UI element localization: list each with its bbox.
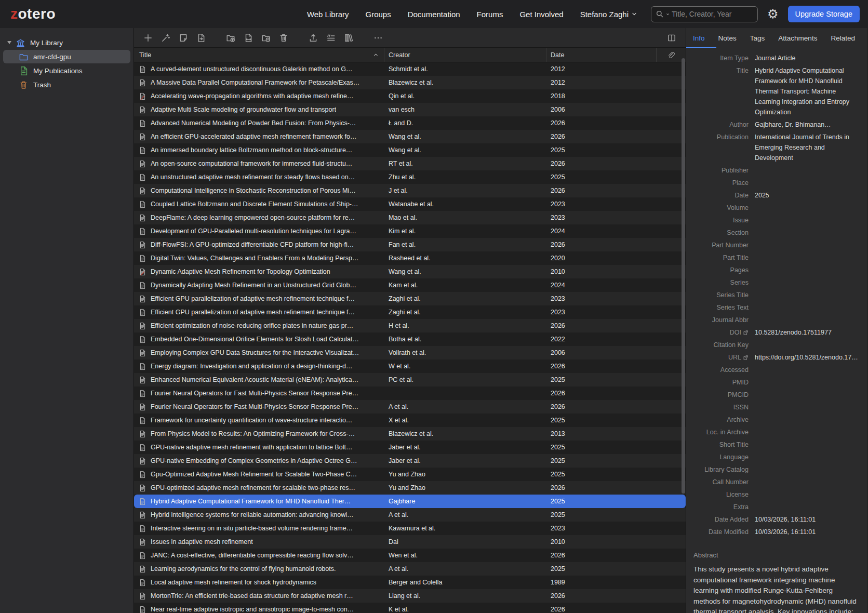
user-menu[interactable]: Stefano Zaghi [580, 10, 637, 19]
table-row[interactable]: An open-source computational framework f… [134, 157, 686, 170]
nav-link-get-involved[interactable]: Get Involved [519, 10, 563, 19]
field-value[interactable] [755, 290, 860, 300]
table-row[interactable]: Coupled Lattice Boltzmann and Discrete E… [134, 197, 686, 211]
table-row[interactable]: Dynamic Adaptive Mesh Refinement for Top… [134, 265, 686, 278]
field-value[interactable] [755, 427, 860, 437]
field-value[interactable] [755, 365, 860, 375]
column-picker-icon[interactable] [665, 31, 678, 45]
field-value[interactable]: Hybrid Adaptive Computational Framework … [755, 65, 860, 117]
column-header-title[interactable]: Title [134, 48, 384, 62]
tab-notes[interactable]: Notes [718, 34, 737, 42]
table-row[interactable]: Computational Intelligence in Stochastic… [134, 184, 686, 197]
table-row[interactable]: Efficient GPU parallelization of adaptiv… [134, 305, 686, 319]
remove-from-collection-icon[interactable] [259, 31, 273, 45]
search-scope-chevron-icon[interactable] [665, 12, 670, 17]
table-row[interactable]: Framework for uncertainty quantification… [134, 414, 686, 427]
table-row[interactable]: A Massive Data Parallel Computational Fr… [134, 76, 686, 89]
field-value[interactable] [755, 203, 860, 213]
attach-file-icon[interactable] [194, 31, 208, 45]
nav-link-forums[interactable]: Forums [477, 10, 503, 19]
table-row[interactable]: Adaptive Multi Scale modeling of groundw… [134, 103, 686, 116]
table-row[interactable]: MortonTrie: An efficient trie-based data… [134, 589, 686, 603]
field-value[interactable] [755, 464, 860, 475]
add-by-identifier-icon[interactable] [159, 31, 172, 45]
table-row[interactable]: Energy diagram: Investigation and applic… [134, 359, 686, 373]
sidebar-item-trash[interactable]: Trash [3, 78, 130, 91]
zotero-logo[interactable]: zotero [10, 7, 56, 21]
field-value[interactable] [755, 477, 860, 487]
field-value[interactable]: Journal Article [755, 53, 860, 63]
new-collection-icon[interactable] [224, 31, 237, 45]
create-citation-icon[interactable] [324, 31, 338, 45]
nav-link-groups[interactable]: Groups [365, 10, 391, 19]
field-value[interactable]: 2025 [755, 190, 860, 201]
field-value[interactable] [755, 252, 860, 263]
table-row[interactable]: GPU-native adaptive mesh refinement with… [134, 441, 686, 454]
field-value[interactable] [755, 178, 860, 188]
tab-related[interactable]: Related [831, 34, 855, 42]
field-value[interactable] [755, 240, 860, 250]
field-value[interactable] [755, 265, 860, 275]
tab-attachments[interactable]: Attachments [778, 34, 817, 42]
field-value[interactable] [755, 340, 860, 350]
gear-icon[interactable]: ⚙ [767, 8, 779, 20]
external-link-icon[interactable] [743, 355, 749, 361]
field-value[interactable] [755, 390, 860, 400]
table-row[interactable]: An efficient GPU-accelerated adaptive me… [134, 130, 686, 143]
new-note-icon[interactable] [177, 31, 190, 45]
field-value[interactable] [755, 452, 860, 462]
field-value[interactable] [755, 315, 860, 325]
table-row[interactable]: Fourier Neural Operators for Fast Multi-… [134, 387, 686, 400]
tab-tags[interactable]: Tags [750, 34, 765, 42]
table-row[interactable]: Advanced Numerical Modeling of Powder Be… [134, 116, 686, 130]
field-value[interactable] [755, 277, 860, 288]
field-value[interactable] [755, 402, 860, 412]
table-row[interactable]: An unstructured adaptive mesh refinement… [134, 170, 686, 184]
nav-link-web-library[interactable]: Web Library [307, 10, 349, 19]
table-row[interactable]: Efficient optimization of noise-reducing… [134, 319, 686, 332]
duplicate-item-icon[interactable] [242, 31, 255, 45]
scrollbar-thumb[interactable] [682, 58, 685, 494]
table-row[interactable]: Hybrid intelligence systems for reliable… [134, 508, 686, 522]
table-row[interactable]: DeepFlame: A deep learning empowered ope… [134, 211, 686, 224]
field-value[interactable]: International Journal of Trends in Emerg… [755, 132, 860, 163]
create-bibliography-icon[interactable] [342, 31, 355, 45]
table-row[interactable]: GPU-native Embedding of Complex Geometri… [134, 454, 686, 468]
table-row[interactable]: Gpu-Optimized Adaptive Mesh Refinement f… [134, 468, 686, 481]
table-row[interactable]: Digital Twin: Values, Challenges and Ena… [134, 251, 686, 265]
abstract-text[interactable]: This study presents a novel hybrid adapt… [693, 564, 860, 613]
table-row[interactable]: A curved-element unstructured discontinu… [134, 62, 686, 76]
upgrade-storage-button[interactable]: Upgrade Storage [788, 6, 860, 22]
delete-item-icon[interactable] [277, 31, 290, 45]
table-row[interactable]: Fourier Neural Operators for Fast Multi-… [134, 400, 686, 414]
table-row[interactable]: Diff-FlowFSI: A GPU-optimized differenti… [134, 238, 686, 251]
field-value[interactable]: 10.5281/zenodo.17511977 [755, 327, 860, 338]
sidebar-item-my-publications[interactable]: My Publications [3, 64, 130, 77]
search-input[interactable] [672, 10, 753, 18]
table-row[interactable]: Accelerating wave-propagation algorithms… [134, 89, 686, 103]
table-row[interactable]: GPU-optimized adaptive mesh refinement f… [134, 481, 686, 495]
field-value[interactable] [755, 415, 860, 425]
search-box[interactable] [651, 6, 758, 22]
field-value[interactable] [755, 165, 860, 176]
field-value[interactable] [755, 502, 860, 512]
field-value[interactable]: 10/03/2026, 16:11:01 [755, 514, 860, 525]
field-value[interactable]: https://doi.org/10.5281/zenodo.17… [755, 352, 860, 363]
field-value[interactable] [755, 377, 860, 388]
export-icon[interactable] [306, 31, 320, 45]
field-value[interactable]: 10/03/2026, 16:11:01 [755, 527, 860, 537]
table-row[interactable]: Near real-time adaptive isotropic and an… [134, 603, 686, 613]
nav-link-documentation[interactable]: Documentation [408, 10, 460, 19]
external-link-icon[interactable] [743, 330, 749, 336]
new-item-icon[interactable] [141, 31, 155, 45]
table-row[interactable]: Interactive steering on in situ particle… [134, 522, 686, 535]
column-header-creator[interactable]: Creator [384, 48, 546, 62]
column-header-date[interactable]: Date [546, 48, 657, 62]
tab-info[interactable]: Info [693, 34, 705, 42]
field-value[interactable] [755, 215, 860, 225]
field-value[interactable]: Gajbhare, Dr. Bhimanan… [755, 119, 860, 130]
field-value[interactable] [755, 489, 860, 500]
table-row[interactable]: Local adaptive mesh refinement for shock… [134, 576, 686, 589]
table-row[interactable]: Efficient GPU parallelization of adaptiv… [134, 292, 686, 305]
more-options-icon[interactable] [371, 31, 385, 45]
